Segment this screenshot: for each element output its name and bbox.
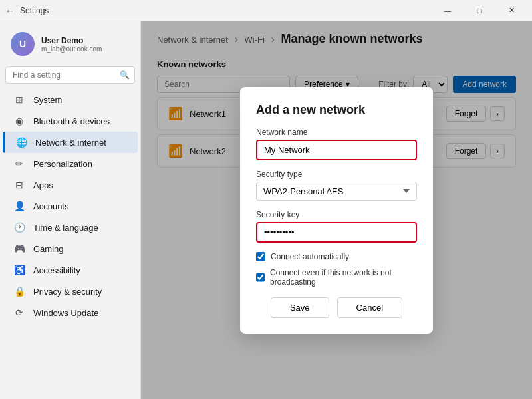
minimize-button[interactable]: — [432,0,463,21]
sidebar-icon-apps: ⊟ [13,180,25,190]
connect-broadcast-group: Connect even if this network is not broa… [256,268,417,287]
sidebar-icon-time: 🕐 [13,222,25,233]
dialog-actions: Save Cancel [256,297,417,318]
sidebar-item-gaming[interactable]: 🎮 Gaming [3,238,138,259]
sidebar-icon-windows-update: ⟳ [13,307,25,318]
back-icon[interactable]: ← [5,5,15,16]
sidebar-nav: ⊞ System ◉ Bluetooth & devices 🌐 Network… [0,89,140,323]
sidebar-item-privacy[interactable]: 🔒 Privacy & security [3,281,138,302]
sidebar-item-time[interactable]: 🕐 Time & language [3,217,138,238]
security-key-label: Security key [256,210,417,219]
sidebar-icon-accounts: 👤 [13,201,25,211]
cancel-button[interactable]: Cancel [337,297,402,318]
sidebar-item-system[interactable]: ⊞ System [3,89,138,110]
search-sidebar-container: 🔍 [5,66,135,84]
sidebar-icon-gaming: 🎮 [13,243,25,254]
sidebar-item-windows-update[interactable]: ⟳ Windows Update [3,302,138,323]
sidebar: U User Demo m_lab@outlook.com 🔍 ⊞ System… [0,21,141,399]
connect-broadcast-checkbox[interactable] [256,273,265,282]
sidebar-item-accounts[interactable]: 👤 Accounts [3,196,138,217]
sidebar-item-accessibility[interactable]: ♿ Accessibility [3,259,138,281]
sidebar-item-network[interactable]: 🌐 Network & internet [3,132,138,153]
user-email: m_lab@outlook.com [41,45,102,53]
connect-auto-checkbox[interactable] [256,252,265,261]
sidebar-item-personalization[interactable]: ✏ Personalization [3,153,138,174]
titlebar: ← Settings — □ ✕ [0,0,532,21]
close-button[interactable]: ✕ [496,0,527,21]
security-type-select[interactable]: WPA2-Personal AES [256,182,417,201]
maximize-button[interactable]: □ [464,0,495,21]
connect-auto-label: Connect automatically [271,252,349,261]
sidebar-label-privacy: Privacy & security [33,287,102,297]
sidebar-icon-accessibility: ♿ [13,265,25,275]
sidebar-item-apps[interactable]: ⊟ Apps [3,174,138,196]
dialog-title: Add a new network [256,103,417,117]
user-section: U User Demo m_lab@outlook.com [0,27,140,66]
sidebar-label-time: Time & language [33,223,98,233]
sidebar-label-system: System [33,95,62,105]
security-key-input[interactable] [256,222,417,243]
avatar: U [11,32,35,56]
sidebar-label-personalization: Personalization [33,159,92,169]
sidebar-icon-network: 🌐 [15,137,27,148]
save-button[interactable]: Save [271,297,329,318]
add-network-dialog: Add a new network Network name Security … [240,87,433,334]
modal-overlay: Add a new network Network name Security … [141,21,532,399]
sidebar-icon-system: ⊞ [13,94,25,105]
sidebar-label-accessibility: Accessibility [33,265,80,275]
sidebar-icon-personalization: ✏ [13,158,25,169]
sidebar-label-gaming: Gaming [33,244,64,254]
connect-broadcast-label: Connect even if this network is not broa… [270,268,417,287]
network-name-label: Network name [256,128,417,137]
user-name: User Demo [41,36,102,45]
sidebar-label-network: Network & internet [35,138,106,148]
content-area: Network & internet › Wi-Fi › Manage know… [141,21,532,399]
security-type-group: Security type WPA2-Personal AES [256,170,417,201]
security-type-label: Security type [256,170,417,179]
app-layout: U User Demo m_lab@outlook.com 🔍 ⊞ System… [0,21,532,399]
sidebar-label-accounts: Accounts [33,201,68,211]
titlebar-left: ← Settings [5,5,49,16]
titlebar-controls: — □ ✕ [432,0,527,21]
sidebar-icon-privacy: 🔒 [13,286,25,297]
sidebar-label-apps: Apps [33,180,53,190]
network-name-group: Network name [256,128,417,160]
sidebar-label-windows-update: Windows Update [33,308,98,318]
security-key-group: Security key [256,210,417,243]
sidebar-label-bluetooth: Bluetooth & devices [33,116,110,126]
sidebar-icon-bluetooth: ◉ [13,116,25,126]
network-name-input[interactable] [256,140,417,160]
titlebar-title: Settings [20,6,49,15]
search-input[interactable] [5,66,135,84]
search-icon: 🔍 [120,70,130,80]
user-info: User Demo m_lab@outlook.com [41,36,102,53]
sidebar-item-bluetooth[interactable]: ◉ Bluetooth & devices [3,110,138,132]
connect-auto-group: Connect automatically [256,252,417,261]
